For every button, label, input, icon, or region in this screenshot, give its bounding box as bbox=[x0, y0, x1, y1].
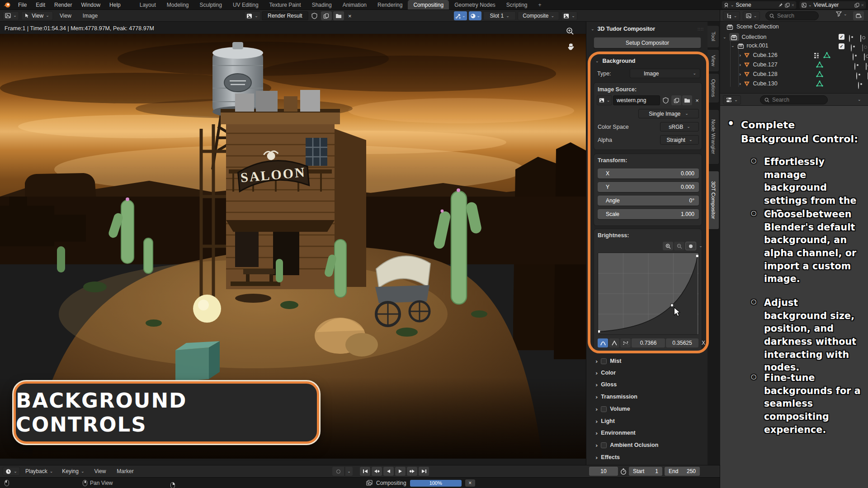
color-space-dropdown[interactable]: sRGB ⌄ bbox=[660, 122, 699, 131]
jump-to-start-button[interactable] bbox=[360, 467, 370, 476]
new-collection-button[interactable] bbox=[853, 11, 864, 20]
curve-zoom-out-button[interactable] bbox=[674, 242, 684, 250]
timeline-marker-menu[interactable]: Marker bbox=[112, 465, 138, 477]
cube127-hide-icon[interactable] bbox=[854, 63, 855, 70]
stopwatch-icon[interactable] bbox=[620, 468, 627, 475]
timeline-editor-type-dropdown[interactable]: ⌄ bbox=[3, 467, 20, 476]
volume-checkbox[interactable] bbox=[601, 406, 607, 412]
unlink-image-button[interactable]: × bbox=[693, 95, 701, 105]
overlays-toggle[interactable]: ⌄ bbox=[469, 11, 482, 20]
npanel-tab-3dt-compositor[interactable]: 3DT Compositor bbox=[708, 171, 719, 230]
section-effects[interactable]: ›Effects bbox=[595, 454, 620, 460]
section-gloss[interactable]: ›Gloss bbox=[595, 381, 617, 388]
background-section-title[interactable]: Background bbox=[603, 58, 636, 64]
play-reverse-button[interactable] bbox=[383, 467, 394, 476]
editor-type-dropdown[interactable]: ⌄ bbox=[3, 11, 19, 20]
outliner-row-cube130[interactable]: › Cube.130 bbox=[739, 80, 778, 87]
workspace-tab-rendering[interactable]: Rendering bbox=[372, 0, 408, 9]
zoom-tool-icon[interactable] bbox=[566, 27, 574, 35]
pass-dropdown[interactable]: Composite⌄ bbox=[518, 11, 559, 20]
rock001-render-icon[interactable] bbox=[862, 44, 863, 52]
display-channels-dropdown[interactable]: ⌄ bbox=[561, 11, 577, 20]
npanel-tab-view[interactable]: View bbox=[708, 49, 719, 72]
properties-editor-type-dropdown[interactable]: ⌄ bbox=[723, 95, 741, 104]
duplicate-image-button[interactable] bbox=[321, 11, 332, 20]
menu-file[interactable]: File bbox=[14, 0, 31, 9]
outliner-row-rock001[interactable]: ⌄ rock.001 bbox=[731, 42, 769, 49]
gizmos-toggle[interactable]: ⌄ bbox=[454, 11, 467, 20]
image-editor-menu-view[interactable]: View bbox=[55, 10, 76, 21]
end-frame-field[interactable]: End250 bbox=[665, 467, 700, 476]
collapse-icon[interactable]: ⌄ bbox=[731, 44, 735, 48]
close-icon[interactable]: × bbox=[792, 2, 794, 8]
collection-render-icon[interactable] bbox=[860, 35, 861, 42]
image-name-field[interactable]: Render Result bbox=[262, 11, 308, 20]
timeline-view-menu[interactable]: View bbox=[90, 465, 111, 477]
workspace-tab-sculpting[interactable]: Sculpting bbox=[194, 0, 227, 9]
mesh-data-icon[interactable] bbox=[816, 71, 823, 78]
rock001-exclude-checkbox[interactable]: ✓ bbox=[839, 43, 844, 49]
pan-hand-icon[interactable] bbox=[567, 42, 575, 51]
scene-selector[interactable]: ⌄ Scene × bbox=[722, 1, 797, 9]
outliner-row-scene-collection[interactable]: Scene Collection bbox=[726, 23, 779, 30]
rock001-hide-icon[interactable] bbox=[851, 44, 852, 52]
blender-logo-icon[interactable] bbox=[0, 0, 14, 9]
workspace-tab-uv-editing[interactable]: UV Editing bbox=[227, 0, 264, 9]
play-button[interactable] bbox=[395, 467, 406, 476]
viewlayer-selector[interactable]: ⌄ ViewLayer × bbox=[799, 1, 866, 9]
mesh-data-icon[interactable] bbox=[816, 80, 823, 87]
section-light[interactable]: ›Light bbox=[595, 418, 615, 424]
handle-auto-button[interactable] bbox=[598, 338, 608, 347]
fake-user-shield-button[interactable] bbox=[661, 95, 670, 105]
start-frame-field[interactable]: Start1 bbox=[629, 467, 662, 476]
collapse-icon[interactable]: ⌄ bbox=[591, 27, 594, 31]
outliner-display-mode-dropdown[interactable]: ⌄ bbox=[743, 11, 760, 20]
slot-dropdown[interactable]: Slot 1⌄ bbox=[483, 11, 516, 20]
auto-keying-button[interactable] bbox=[332, 467, 344, 476]
workspace-tab-scripting[interactable]: Scripting bbox=[501, 0, 533, 9]
image-browse-dropdown[interactable]: ⌄ bbox=[244, 11, 260, 20]
menu-window[interactable]: Window bbox=[76, 0, 105, 9]
image-editor-menu-image[interactable]: Image bbox=[78, 10, 102, 21]
section-volume[interactable]: ›Volume bbox=[595, 406, 630, 412]
outliner-row-cube128[interactable]: › Cube.128 bbox=[739, 71, 778, 77]
image-viewport[interactable]: Frame:1 | Time:01:54.34 | Mem:4778.97M, … bbox=[0, 22, 586, 465]
workspace-tab-texture-paint[interactable]: Texture Paint bbox=[264, 0, 307, 9]
workspace-tab-layout[interactable]: Layout bbox=[134, 0, 161, 9]
current-frame-field[interactable]: 10 bbox=[589, 467, 618, 476]
panel-drag-handle[interactable]: :::: bbox=[698, 27, 704, 31]
open-image-button[interactable] bbox=[333, 11, 344, 20]
outliner-filter-dropdown[interactable]: ⌄ bbox=[836, 11, 847, 17]
workspace-tab-modeling[interactable]: Modeling bbox=[161, 0, 194, 9]
curve-tools-dropdown[interactable]: ⌄ bbox=[697, 242, 704, 250]
alpha-dropdown[interactable]: Straight ⌄ bbox=[660, 135, 699, 145]
cube130-hide-icon[interactable] bbox=[858, 82, 859, 89]
image-browse-dropdown[interactable]: ⌄ bbox=[597, 95, 612, 105]
npanel-tab-node-wrangler[interactable]: Node Wrangler bbox=[708, 109, 719, 164]
image-mode-dropdown[interactable]: Single Image ⌄ bbox=[638, 109, 699, 118]
properties-search-field[interactable]: Search bbox=[760, 95, 828, 104]
copy-icon[interactable] bbox=[785, 3, 790, 8]
npanel-tab-options[interactable]: Options bbox=[708, 73, 719, 103]
previous-keyframe-button[interactable] bbox=[372, 467, 382, 476]
keying-set-dropdown[interactable]: ⌄ bbox=[345, 467, 353, 476]
handle-free-button[interactable] bbox=[620, 338, 631, 347]
handle-vector-button[interactable] bbox=[609, 338, 619, 347]
open-image-button[interactable] bbox=[682, 95, 692, 105]
workspace-tab-animation[interactable]: Animation bbox=[337, 0, 372, 9]
menu-edit[interactable]: Edit bbox=[31, 0, 50, 9]
brightness-curve-widget[interactable] bbox=[598, 253, 699, 335]
section-transmission[interactable]: ›Transmission bbox=[595, 394, 637, 400]
section-mist[interactable]: ›Mist bbox=[595, 358, 621, 364]
collapse-icon[interactable]: ⌄ bbox=[723, 35, 726, 39]
mesh-data-icon[interactable] bbox=[823, 52, 830, 59]
npanel-tab-tool[interactable]: Tool bbox=[708, 25, 719, 48]
menu-help[interactable]: Help bbox=[105, 0, 125, 9]
section-ambient-oclusion[interactable]: ›Ambient Oclusion bbox=[595, 442, 658, 448]
collapse-icon[interactable]: ⌄ bbox=[595, 59, 599, 63]
playback-menu[interactable]: Playback⌄ bbox=[22, 465, 57, 477]
type-dropdown[interactable]: Image ⌄ bbox=[630, 69, 700, 78]
setup-compositor-button[interactable]: Setup Compositor bbox=[594, 37, 701, 48]
add-workspace-button[interactable]: + bbox=[533, 0, 547, 9]
transform-x-field[interactable]: X0.000 bbox=[598, 169, 699, 178]
